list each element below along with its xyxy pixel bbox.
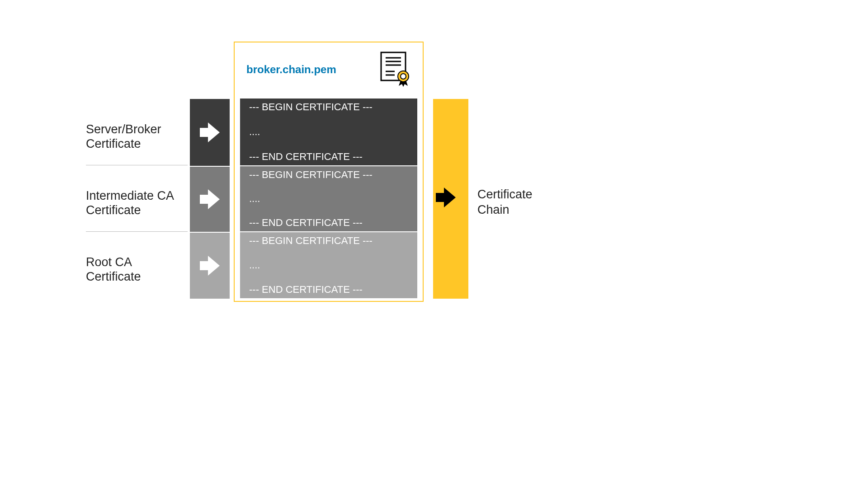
label-server-broker-certificate: Server/Broker Certificate xyxy=(86,122,190,151)
cert-begin: --- BEGIN CERTIFICATE --- xyxy=(249,235,408,247)
svg-point-7 xyxy=(401,74,406,79)
label-root-line1: Root CA xyxy=(86,255,190,269)
arrow-box-root xyxy=(190,233,230,299)
cert-end: --- END CERTIFICATE --- xyxy=(249,217,408,229)
label-intermediate-ca-certificate: Intermediate CA Certificate xyxy=(86,188,190,218)
cert-block-server: --- BEGIN CERTIFICATE --- .... --- END C… xyxy=(240,99,417,165)
arrow-box-server xyxy=(190,99,230,166)
label-server-line2: Certificate xyxy=(86,136,190,151)
cert-block-intermediate: --- BEGIN CERTIFICATE --- .... --- END C… xyxy=(240,166,417,231)
cert-begin: --- BEGIN CERTIFICATE --- xyxy=(249,101,408,113)
chain-line1: Certificate xyxy=(477,188,533,201)
file-title: broker.chain.pem xyxy=(246,63,336,76)
certificate-chain-diagram: Server/Broker Certificate Intermediate C… xyxy=(81,42,583,304)
cert-begin: --- BEGIN CERTIFICATE --- xyxy=(249,169,408,181)
label-server-line1: Server/Broker xyxy=(86,122,190,136)
label-certificate-chain: Certificate Chain xyxy=(477,187,533,218)
label-intermediate-line1: Intermediate CA xyxy=(86,188,190,203)
divider xyxy=(86,231,188,232)
arrow-box-intermediate xyxy=(190,167,230,232)
arrow-output xyxy=(446,197,466,217)
cert-body: .... xyxy=(249,126,408,138)
cert-end: --- END CERTIFICATE --- xyxy=(249,151,408,163)
label-root-ca-certificate: Root CA Certificate xyxy=(86,255,190,284)
chain-line2: Chain xyxy=(477,203,509,216)
divider xyxy=(86,165,188,165)
cert-block-root: --- BEGIN CERTIFICATE --- .... --- END C… xyxy=(240,232,417,298)
cert-body: .... xyxy=(249,259,408,271)
cert-body: .... xyxy=(249,193,408,205)
pem-file-box: broker.chain.pem xyxy=(234,42,424,302)
file-header: broker.chain.pem xyxy=(240,49,417,99)
label-intermediate-line2: Certificate xyxy=(86,203,190,217)
label-root-line2: Certificate xyxy=(86,269,190,284)
certificate-icon xyxy=(378,51,411,87)
cert-end: --- END CERTIFICATE --- xyxy=(249,284,408,296)
